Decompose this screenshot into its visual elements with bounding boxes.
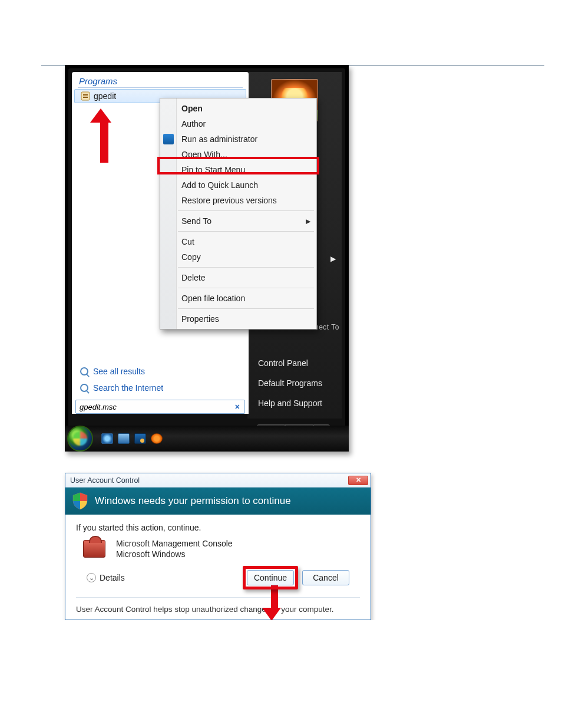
cancel-button[interactable]: Cancel bbox=[302, 570, 349, 585]
firefox-icon[interactable] bbox=[151, 433, 163, 444]
search-internet-label: Search the Internet bbox=[93, 383, 163, 393]
uac-dialog: User Account Control ✕ Windows needs you… bbox=[65, 473, 371, 620]
close-button[interactable]: ✕ bbox=[348, 476, 368, 485]
uac-footer-text: User Account Control helps stop unauthor… bbox=[76, 605, 360, 614]
ctx-open-location[interactable]: Open file location bbox=[160, 291, 316, 306]
clear-search-button[interactable]: × bbox=[230, 402, 244, 411]
submenu-arrow-icon: ▶ bbox=[330, 255, 336, 263]
separator bbox=[178, 288, 314, 288]
shield-badge-icon bbox=[163, 134, 174, 144]
start-button[interactable] bbox=[67, 426, 93, 452]
show-desktop-icon[interactable] bbox=[118, 433, 130, 444]
right-item-control-panel[interactable]: Control Panel bbox=[258, 358, 322, 368]
switch-windows-icon[interactable] bbox=[134, 433, 146, 444]
ctx-quick-launch[interactable]: Add to Quick Launch bbox=[160, 177, 316, 193]
see-all-results[interactable]: See all results bbox=[72, 363, 249, 380]
search-result-label: gpedit bbox=[94, 91, 116, 101]
ctx-copy[interactable]: Copy bbox=[160, 249, 316, 265]
taskbar bbox=[65, 426, 349, 452]
separator bbox=[178, 308, 314, 309]
search-icon bbox=[80, 384, 88, 392]
uac-banner: Windows needs your permission to continu… bbox=[65, 487, 371, 515]
shield-icon bbox=[72, 492, 88, 510]
details-toggle[interactable]: ⌄ Details bbox=[87, 573, 125, 582]
separator bbox=[178, 210, 314, 211]
annotation-arrow-up bbox=[97, 108, 111, 163]
ctx-pin-start[interactable]: Pin to Start Menu bbox=[160, 162, 316, 177]
uac-app-publisher: Microsoft Windows bbox=[116, 549, 233, 559]
ctx-send-to[interactable]: Send To▶ bbox=[160, 213, 316, 229]
ctx-open[interactable]: Open bbox=[160, 101, 316, 116]
uac-instruction: If you started this action, continue. bbox=[76, 523, 360, 532]
ctx-cut[interactable]: Cut bbox=[160, 234, 316, 249]
ie-icon[interactable] bbox=[101, 433, 113, 444]
uac-app-name: Microsoft Management Console bbox=[116, 538, 233, 549]
search-the-internet[interactable]: Search the Internet bbox=[72, 380, 249, 396]
ctx-delete[interactable]: Delete bbox=[160, 270, 316, 285]
ctx-open-with[interactable]: Open With... bbox=[160, 147, 316, 162]
search-icon bbox=[80, 367, 88, 375]
ctx-author[interactable]: Author bbox=[160, 116, 316, 131]
uac-titlebar: User Account Control ✕ bbox=[65, 473, 371, 487]
separator bbox=[178, 231, 314, 232]
programs-heading: Programs bbox=[72, 72, 249, 87]
svg-rect-0 bbox=[81, 92, 90, 100]
ctx-restore-versions[interactable]: Restore previous versions bbox=[160, 193, 316, 208]
start-search-input[interactable]: × bbox=[75, 400, 245, 414]
search-field[interactable] bbox=[76, 403, 230, 411]
svg-rect-1 bbox=[83, 94, 88, 95]
uac-title: User Account Control bbox=[70, 476, 140, 485]
uac-banner-text: Windows needs your permission to continu… bbox=[95, 495, 291, 507]
toolbox-icon bbox=[83, 540, 105, 558]
annotation-highlight-box: Continue bbox=[247, 570, 294, 585]
context-menu: Open Author Run as administrator Open Wi… bbox=[160, 98, 317, 330]
ctx-properties[interactable]: Properties bbox=[160, 311, 316, 327]
right-item-default-programs[interactable]: Default Programs bbox=[258, 378, 322, 388]
start-menu-panel: ▶ Control Panel Default Programs Help an… bbox=[68, 68, 345, 448]
start-menu-screenshot: ▶ Control Panel Default Programs Help an… bbox=[65, 65, 349, 452]
chevron-down-icon: ⌄ bbox=[87, 573, 96, 582]
divider bbox=[78, 87, 243, 88]
svg-rect-2 bbox=[83, 97, 88, 98]
see-all-label: See all results bbox=[93, 367, 145, 376]
uac-application-info: Microsoft Management Console Microsoft W… bbox=[83, 538, 360, 559]
msc-file-icon bbox=[81, 91, 90, 101]
right-item-help-support[interactable]: Help and Support bbox=[258, 398, 322, 408]
submenu-arrow-icon: ▶ bbox=[306, 218, 310, 225]
ctx-run-as-admin[interactable]: Run as administrator bbox=[160, 131, 316, 147]
separator bbox=[178, 267, 314, 268]
divider bbox=[76, 597, 360, 598]
details-label: Details bbox=[100, 573, 125, 582]
quick-launch bbox=[101, 433, 163, 444]
continue-button[interactable]: Continue bbox=[247, 570, 294, 585]
